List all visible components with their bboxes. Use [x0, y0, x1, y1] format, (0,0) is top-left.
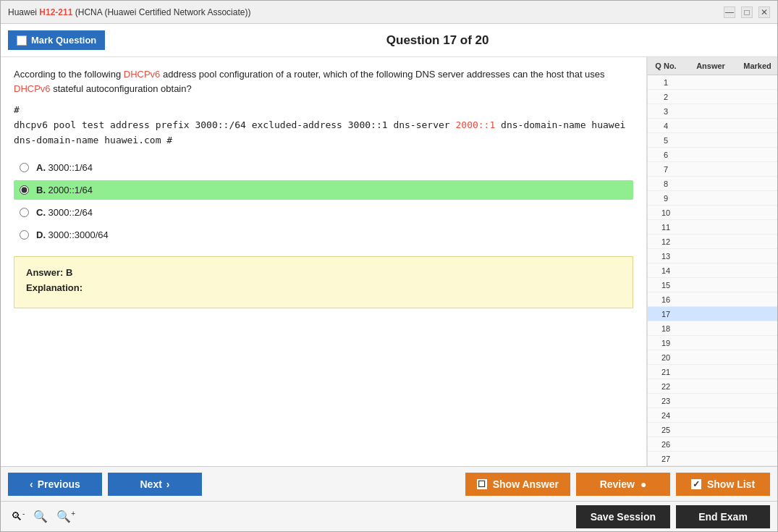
sidebar-row[interactable]: 5 [648, 133, 777, 148]
sidebar-header-answer: Answer [684, 60, 737, 72]
option-B[interactable]: B. 2000::1/64 [14, 180, 633, 200]
sidebar-row[interactable]: 23 [648, 394, 777, 408]
sidebar-row[interactable]: 26 [648, 437, 777, 452]
option-C[interactable]: C. 3000::2/64 [14, 203, 633, 222]
bottom-bar-2: 🔍︎- 🔍 🔍+ Save Session End Exam [1, 501, 777, 531]
sidebar-marked [737, 241, 777, 242]
sidebar-answer [684, 241, 737, 242]
sidebar-row[interactable]: 13 [648, 249, 777, 263]
sidebar-marked [737, 458, 777, 460]
sidebar-row[interactable]: 7 [648, 162, 777, 177]
sidebar-answer [684, 415, 737, 416]
review-button[interactable]: Review ● [576, 473, 670, 496]
option-A[interactable]: A. 3000::1/64 [14, 158, 633, 177]
sidebar-answer [684, 299, 737, 300]
sidebar-answer [684, 386, 737, 387]
end-exam-button[interactable]: End Exam [676, 505, 770, 528]
sidebar-row[interactable]: 4 [648, 119, 777, 133]
title-brand: H12-211 [39, 7, 72, 17]
sidebar-qno: 26 [648, 439, 684, 449]
sidebar-marked [737, 386, 777, 387]
sidebar-marked [737, 82, 777, 83]
sidebar-qno: 20 [648, 352, 684, 363]
sidebar-row[interactable]: 1 [648, 75, 777, 90]
review-icon: ● [640, 478, 646, 490]
sidebar-row[interactable]: 2 [648, 90, 777, 104]
zoom-reset-button[interactable]: 🔍 [30, 508, 51, 525]
radio-B[interactable] [20, 185, 29, 195]
sidebar-answer [684, 458, 737, 460]
sidebar-marked [737, 198, 777, 199]
close-button[interactable]: ✕ [758, 7, 770, 18]
previous-button[interactable]: ‹ Previous [8, 473, 102, 496]
show-list-label: Show List [707, 478, 755, 490]
sidebar-row[interactable]: 11 [648, 220, 777, 235]
sidebar-answer [684, 183, 737, 185]
sidebar-marked [737, 140, 777, 141]
radio-C[interactable] [20, 208, 29, 217]
sidebar-row[interactable]: 16 [648, 292, 777, 307]
sidebar-header: Q No. Answer Marked [648, 57, 777, 75]
show-list-button[interactable]: ✓ Show List [676, 473, 770, 496]
radio-D[interactable] [20, 230, 29, 240]
sidebar-qno: 4 [648, 121, 684, 131]
sidebar-row[interactable]: 3 [648, 104, 777, 119]
sidebar-marked [737, 183, 777, 185]
sidebar-row[interactable]: 17 [648, 307, 777, 321]
sidebar-marked [737, 169, 777, 170]
zoom-controls: 🔍︎- 🔍 🔍+ [8, 508, 78, 525]
save-session-button[interactable]: Save Session [576, 505, 670, 528]
sidebar-answer [684, 198, 737, 199]
explanation-text: Explanation: [26, 282, 621, 293]
sidebar-row[interactable]: 27 [648, 452, 777, 466]
sidebar-marked [737, 400, 777, 402]
sidebar-row[interactable]: 22 [648, 379, 777, 394]
sidebar-qno: 14 [648, 266, 684, 276]
code-line-2: dhcpv6 pool test address prefix 3000::/6… [14, 118, 633, 148]
sidebar-answer [684, 400, 737, 402]
sidebar-row[interactable]: 21 [648, 365, 777, 379]
next-button[interactable]: Next › [108, 473, 202, 496]
code-line-1: # [14, 103, 633, 118]
sidebar-row[interactable]: 24 [648, 408, 777, 423]
sidebar-qno: 7 [648, 164, 684, 174]
radio-A[interactable] [20, 163, 29, 172]
window-title: Huawei H12-211 (HCNA (Huawei Certified N… [8, 7, 250, 17]
sidebar-marked [737, 270, 777, 271]
sidebar-marked [737, 299, 777, 300]
sidebar-header-marked: Marked [737, 60, 777, 72]
sidebar-qno: 3 [648, 106, 684, 117]
sidebar-row[interactable]: 10 [648, 206, 777, 220]
sidebar-answer [684, 96, 737, 98]
zoom-in-button[interactable]: 🔍+ [54, 508, 78, 525]
sidebar-row[interactable]: 9 [648, 191, 777, 206]
sidebar-row[interactable]: 19 [648, 336, 777, 350]
mark-question-button[interactable]: ✓ Mark Question [8, 30, 105, 50]
sidebar-answer [684, 284, 737, 286]
sidebar-answer [684, 371, 737, 373]
sidebar-row[interactable]: 25 [648, 423, 777, 437]
sidebar-row[interactable]: 12 [648, 235, 777, 249]
sidebar-qno: 1 [648, 77, 684, 88]
sidebar-answer [684, 313, 737, 315]
sidebar-row[interactable]: 14 [648, 263, 777, 278]
zoom-out-button[interactable]: 🔍︎- [8, 508, 28, 525]
sidebar-row[interactable]: 6 [648, 148, 777, 162]
sidebar-marked [737, 328, 777, 329]
sidebar-answer [684, 256, 737, 257]
sidebar-row[interactable]: 18 [648, 321, 777, 336]
maximize-button[interactable]: □ [741, 7, 753, 18]
show-answer-button[interactable]: ☐ Show Answer [465, 473, 570, 496]
sidebar-row[interactable]: 15 [648, 278, 777, 292]
sidebar-qno: 23 [648, 396, 684, 406]
option-D[interactable]: D. 3000::3000/64 [14, 225, 633, 245]
sidebar-row[interactable]: 8 [648, 177, 777, 191]
sidebar-qno: 25 [648, 425, 684, 435]
minimize-button[interactable]: — [724, 7, 735, 18]
sidebar-answer [684, 328, 737, 329]
sidebar-row[interactable]: 20 [648, 350, 777, 365]
sidebar-qno: 9 [648, 193, 684, 203]
show-answer-label: Show Answer [493, 478, 559, 490]
sidebar-header-qno: Q No. [648, 60, 684, 72]
sidebar-qno: 15 [648, 280, 684, 290]
